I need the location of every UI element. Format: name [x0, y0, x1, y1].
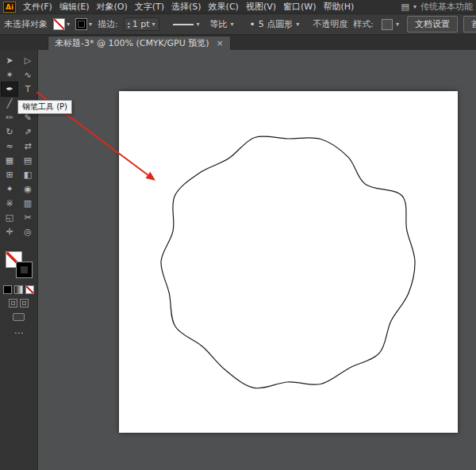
chevron-down-icon: ▾ — [152, 21, 155, 28]
menu-item-3[interactable]: 文字(T) — [135, 1, 164, 13]
opacity-label[interactable]: 不透明度 — [313, 18, 347, 30]
stroke-color-control[interactable]: ▾ — [75, 18, 92, 30]
stroke-black-swatch-icon — [75, 18, 87, 30]
workspace-switcher[interactable]: 传统基本功能 — [420, 1, 473, 13]
control-bar: 未选择对象 ▾ ▾ 描边: ▴▾ 1 pt ▾ ▾ 等比 ▾ • 5 点圆形 ▾… — [0, 14, 476, 35]
color-mode-row — [3, 285, 34, 294]
canvas-area[interactable] — [39, 50, 476, 470]
document-tab[interactable]: 未标题-3* @ 100% (CMYK/GPU 预览) × — [48, 36, 231, 50]
rotate-tool[interactable]: ↻ — [2, 125, 17, 139]
drawn-shape[interactable] — [161, 136, 415, 388]
line-segment-tool[interactable]: ╱ — [2, 97, 17, 110]
stroke-black-indicator[interactable] — [16, 262, 33, 278]
eyedropper-tool[interactable]: ✦ — [2, 182, 17, 196]
menu-item-5[interactable]: 效果(C) — [209, 1, 239, 13]
menu-bar-right: ▤ ▾ 传统基本功能 — [401, 1, 473, 13]
hand-tool[interactable]: ✛ — [2, 225, 17, 239]
chevron-down-icon: ▾ — [67, 21, 70, 28]
document-tab-title: 未标题-3* @ 100% (CMYK/GPU 预览) — [55, 37, 209, 49]
blend-tool[interactable]: ◉ — [20, 182, 36, 196]
close-icon[interactable]: × — [217, 38, 224, 48]
stepper-arrows-icon[interactable]: ▴▾ — [128, 21, 130, 29]
perspective-grid-tool[interactable]: ▤ — [20, 154, 36, 167]
gradient-button[interactable] — [14, 285, 23, 294]
menu-item-8[interactable]: 帮助(H) — [323, 1, 354, 13]
artboard-tool[interactable]: ◱ — [2, 211, 17, 224]
free-transform-tool[interactable]: ⇄ — [20, 139, 36, 153]
gradient-tool[interactable]: ◧ — [20, 168, 36, 182]
chevron-down-icon: ▾ — [197, 21, 200, 28]
pen-tool-tooltip: 钢笔工具 (P) — [17, 100, 72, 114]
color-button[interactable] — [3, 285, 12, 294]
menu-item-7[interactable]: 窗口(W) — [283, 1, 316, 13]
stroke-profile-line-icon — [173, 24, 194, 25]
preferences-button[interactable]: 首选 — [463, 16, 476, 32]
stroke-profile-dropdown[interactable]: ▾ — [171, 19, 202, 29]
chevron-down-icon: ▾ — [413, 3, 416, 10]
tool-grid: ➤▷✶∿✒T╱▭✏✎↻⇗≈⇄▦▤⊞◧✦◉※▥◱✂✛◎ — [2, 54, 36, 239]
symbol-sprayer-tool[interactable]: ※ — [2, 197, 17, 210]
shape-builder-tool[interactable]: ▦ — [2, 154, 17, 167]
draw-normal-button[interactable] — [9, 299, 17, 308]
document-tab-bar: 未标题-3* @ 100% (CMYK/GPU 预览) × — [0, 35, 476, 50]
menu-item-0[interactable]: 文件(F) — [23, 1, 52, 13]
direct-selection-tool[interactable]: ▷ — [20, 54, 36, 67]
magic-wand-tool[interactable]: ✶ — [2, 68, 17, 82]
selection-tool[interactable]: ➤ — [2, 54, 17, 67]
brush-name: 5 点圆形 — [259, 18, 294, 30]
menu-bar: Ai 文件(F)编辑(E)对象(O)文字(T)选择(S)效果(C)视图(V)窗口… — [0, 0, 476, 14]
lasso-tool[interactable]: ∿ — [20, 68, 36, 82]
menu-item-6[interactable]: 视图(V) — [246, 1, 276, 13]
menu-items: 文件(F)编辑(E)对象(O)文字(T)选择(S)效果(C)视图(V)窗口(W)… — [23, 1, 354, 13]
style-dropdown[interactable]: ▾ — [379, 17, 401, 32]
artboard-svg — [119, 91, 458, 433]
mesh-tool[interactable]: ⊞ — [2, 168, 17, 182]
scale-tool[interactable]: ⇗ — [20, 125, 36, 139]
menu-item-4[interactable]: 选择(S) — [171, 1, 202, 13]
menu-item-1[interactable]: 编辑(E) — [60, 1, 90, 13]
stroke-width-value[interactable]: 1 pt — [132, 19, 150, 29]
width-profile-dropdown[interactable]: 等比 ▾ — [208, 17, 236, 32]
fill-color-control[interactable]: ▾ — [53, 18, 70, 30]
menu-item-2[interactable]: 对象(O) — [96, 1, 127, 13]
artboard[interactable] — [119, 91, 458, 433]
stroke-label: 描边: — [98, 18, 118, 30]
width-tool[interactable]: ≈ — [2, 139, 17, 153]
brush-dot-icon: • — [250, 19, 255, 30]
brush-dropdown[interactable]: • 5 点圆形 ▾ — [248, 17, 302, 32]
stroke-width-stepper[interactable]: ▴▾ 1 pt ▾ — [124, 17, 159, 31]
paintbrush-tool[interactable]: ✏ — [2, 111, 17, 124]
fill-none-swatch-icon — [53, 18, 65, 30]
fill-stroke-indicator[interactable] — [6, 251, 33, 278]
chevron-down-icon: ▾ — [396, 21, 399, 28]
chevron-down-icon: ▾ — [89, 21, 92, 28]
none-button[interactable] — [25, 285, 34, 294]
type-tool[interactable]: T — [20, 82, 36, 96]
draw-behind-button[interactable] — [20, 299, 29, 308]
app-bar-grid-icon[interactable]: ▤ — [401, 2, 409, 12]
selection-status: 未选择对象 — [4, 18, 48, 30]
zoom-tool[interactable]: ◎ — [20, 225, 36, 239]
chevron-down-icon: ▾ — [231, 21, 234, 28]
app-logo-icon: Ai — [3, 2, 16, 13]
pen-tool[interactable]: ✒ — [2, 82, 17, 96]
width-profile-label: 等比 — [210, 18, 228, 30]
screen-mode-button[interactable] — [13, 313, 25, 321]
document-setup-button[interactable]: 文档设置 — [407, 16, 458, 32]
column-graph-tool[interactable]: ▥ — [20, 197, 36, 210]
slice-tool[interactable]: ✂ — [20, 211, 36, 224]
style-label: 样式: — [353, 18, 374, 30]
chevron-down-icon: ▾ — [296, 21, 299, 28]
draw-mode-row — [9, 299, 29, 308]
style-swatch-icon — [382, 19, 393, 30]
more-tools-button[interactable]: ⋯ — [14, 327, 24, 338]
